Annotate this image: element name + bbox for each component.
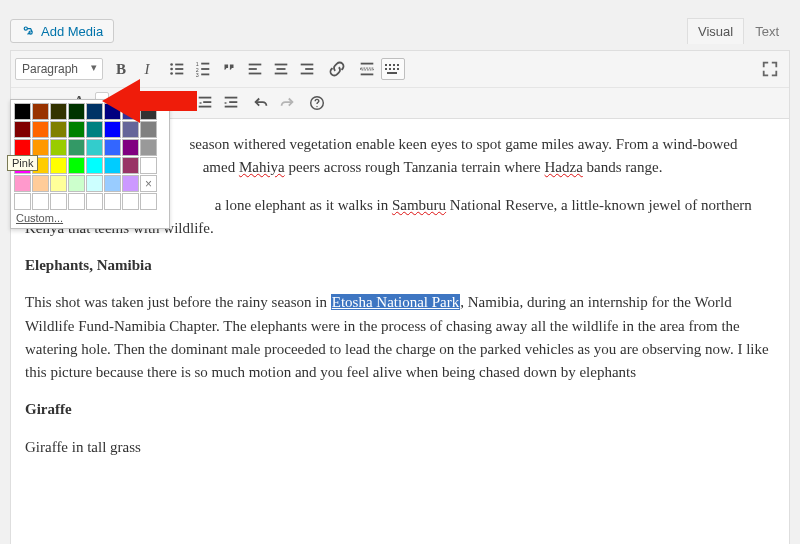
color-swatch[interactable] (86, 103, 103, 120)
svg-rect-31 (203, 101, 211, 103)
color-swatch[interactable] (68, 121, 85, 138)
color-swatch[interactable] (104, 121, 121, 138)
color-swatch[interactable] (68, 157, 85, 174)
svg-rect-30 (199, 97, 212, 99)
color-swatch[interactable] (140, 103, 157, 120)
toolbar-row-1: Paragraph B I 123 (11, 51, 789, 88)
color-swatch[interactable] (68, 103, 85, 120)
svg-rect-17 (275, 64, 288, 66)
color-swatch[interactable] (32, 103, 49, 120)
empty-swatch (14, 193, 31, 210)
svg-point-2 (170, 63, 173, 66)
undo-button[interactable] (249, 91, 273, 115)
color-swatch[interactable] (122, 121, 139, 138)
empty-swatch (86, 193, 103, 210)
help-button[interactable] (305, 91, 329, 115)
text: amed (203, 159, 239, 175)
svg-point-4 (170, 68, 173, 71)
color-swatch[interactable] (86, 121, 103, 138)
text: season withered vegetation enable keen e… (189, 136, 737, 152)
heading-giraffe[interactable]: Giraffe (25, 398, 775, 421)
color-swatch[interactable] (140, 157, 157, 174)
format-select[interactable]: Paragraph (15, 58, 103, 80)
svg-rect-34 (229, 101, 237, 103)
svg-point-6 (170, 72, 173, 75)
bold-button[interactable]: B (109, 57, 133, 81)
format-select-wrap[interactable]: Paragraph (15, 58, 103, 80)
color-swatch[interactable] (140, 139, 157, 156)
color-swatch[interactable] (14, 175, 31, 192)
body-paragraph[interactable]: Giraffe in tall grass (25, 436, 775, 459)
link-button[interactable] (325, 57, 349, 81)
special-character-button[interactable]: Ω (167, 91, 191, 115)
color-swatch[interactable] (50, 139, 67, 156)
read-more-button[interactable] (355, 57, 379, 81)
fullscreen-toggle-button[interactable] (755, 54, 785, 84)
svg-point-37 (316, 106, 317, 107)
svg-rect-32 (199, 106, 212, 108)
svg-rect-14 (249, 64, 262, 66)
color-swatch[interactable] (86, 175, 103, 192)
add-media-button[interactable]: Add Media (10, 19, 114, 43)
unordered-list-button[interactable] (165, 57, 189, 81)
empty-swatch (122, 193, 139, 210)
color-swatch[interactable] (50, 157, 67, 174)
color-swatch[interactable] (50, 121, 67, 138)
svg-rect-11 (201, 68, 209, 70)
color-swatch[interactable] (122, 139, 139, 156)
toolbar-toggle-button[interactable] (381, 57, 405, 81)
empty-swatch (32, 193, 49, 210)
align-center-button[interactable] (269, 57, 293, 81)
no-color-swatch[interactable]: × (140, 175, 157, 192)
color-swatch[interactable] (68, 139, 85, 156)
color-swatch[interactable] (50, 103, 67, 120)
redo-button[interactable] (275, 91, 299, 115)
svg-rect-23 (361, 63, 374, 65)
color-swatch[interactable] (104, 103, 121, 120)
color-swatch[interactable] (14, 121, 31, 138)
color-swatch[interactable] (122, 157, 139, 174)
color-swatch[interactable] (104, 139, 121, 156)
color-swatch[interactable] (68, 175, 85, 192)
color-swatch[interactable] (104, 175, 121, 192)
color-swatch[interactable] (32, 175, 49, 192)
empty-swatch (104, 193, 121, 210)
svg-rect-22 (301, 73, 314, 75)
selected-link-etosha[interactable]: Etosha National Park (331, 294, 460, 310)
misspelled-word[interactable]: Samburu (392, 197, 446, 213)
body-paragraph[interactable]: This shot was taken just before the rain… (25, 291, 775, 384)
color-swatch[interactable] (32, 121, 49, 138)
heading-elephants-namibia[interactable]: Elephants, Namibia (25, 254, 775, 277)
custom-color-button[interactable]: Custom... (16, 212, 63, 224)
color-swatch[interactable] (86, 139, 103, 156)
svg-rect-35 (225, 106, 238, 108)
align-right-button[interactable] (295, 57, 319, 81)
misspelled-word[interactable]: Hadza (545, 159, 583, 175)
blockquote-button[interactable] (217, 57, 241, 81)
tab-visual[interactable]: Visual (687, 18, 744, 44)
color-swatch[interactable] (50, 175, 67, 192)
color-swatch[interactable] (14, 103, 31, 120)
misspelled-word[interactable]: Mahiya (239, 159, 285, 175)
text: a lone elephant as it walks in (211, 197, 392, 213)
color-swatch[interactable] (122, 103, 139, 120)
color-swatch[interactable] (104, 157, 121, 174)
svg-rect-5 (175, 68, 183, 70)
add-media-label: Add Media (41, 24, 103, 39)
color-swatch[interactable] (14, 139, 31, 156)
color-swatch[interactable] (122, 175, 139, 192)
svg-rect-18 (277, 68, 286, 70)
svg-rect-24 (361, 68, 374, 70)
text: This shot was taken just before the rain… (25, 294, 331, 310)
svg-rect-33 (225, 97, 238, 99)
italic-button[interactable]: I (135, 57, 159, 81)
outdent-button[interactable] (193, 91, 217, 115)
color-swatch[interactable] (140, 121, 157, 138)
indent-button[interactable] (219, 91, 243, 115)
align-left-button[interactable] (243, 57, 267, 81)
tab-text[interactable]: Text (744, 18, 790, 44)
color-swatch[interactable] (32, 139, 49, 156)
svg-rect-3 (175, 64, 183, 66)
ordered-list-button[interactable]: 123 (191, 57, 215, 81)
color-swatch[interactable] (86, 157, 103, 174)
